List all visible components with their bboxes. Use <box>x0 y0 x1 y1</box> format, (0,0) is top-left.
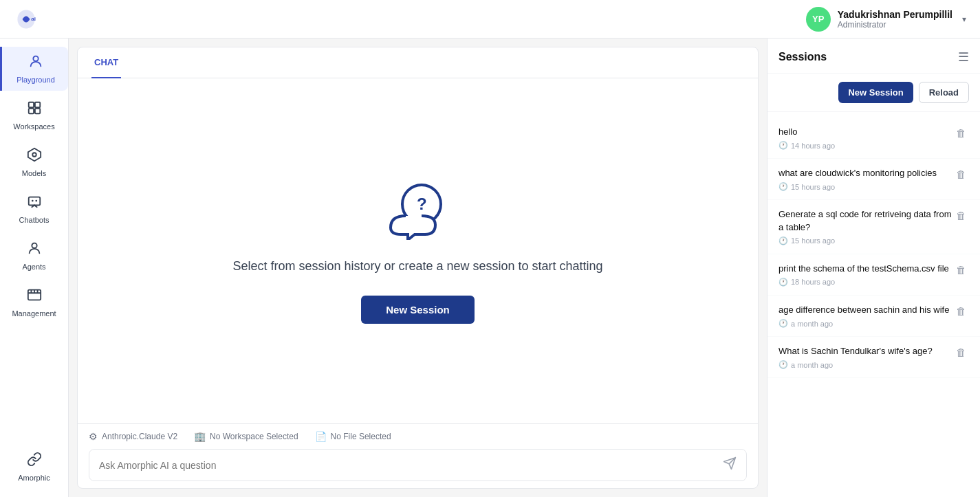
session-delete-button[interactable]: 🗑 <box>953 304 969 318</box>
session-content: What is Sachin Tendulkar's wife's age? 🕐… <box>778 345 953 369</box>
model-icon: ⚙ <box>89 431 98 442</box>
sessions-actions: New Session Reload <box>767 74 980 112</box>
session-time: 🕐 a month ago <box>778 319 953 328</box>
sessions-list: hello 🕐 14 hours ago 🗑 what are cloudwic… <box>767 112 980 497</box>
svg-point-10 <box>35 200 37 202</box>
session-time-text: a month ago <box>791 320 833 328</box>
user-role: Administrator <box>838 20 952 30</box>
link-icon <box>27 452 42 471</box>
session-title: age difference between sachin and his wi… <box>778 304 953 316</box>
chat-tabs: CHAT <box>78 47 758 78</box>
sidebar-label-workspaces: Workspaces <box>13 122 54 131</box>
clock-icon: 🕐 <box>778 182 788 191</box>
workspaces-icon <box>27 100 42 120</box>
sidebar: Playground Workspaces Models Chatbots Ag <box>0 38 69 497</box>
session-time: 🕐 14 hours ago <box>778 141 953 150</box>
session-delete-button[interactable]: 🗑 <box>953 208 969 223</box>
clock-icon: 🕐 <box>778 141 788 150</box>
session-delete-button[interactable]: 🗑 <box>953 167 969 181</box>
reload-button[interactable]: Reload <box>919 82 969 103</box>
chat-empty-message: Select from session history or create a … <box>232 259 602 274</box>
sidebar-item-link[interactable]: Amorphic <box>7 445 62 489</box>
clock-icon: 🕐 <box>778 319 788 328</box>
sessions-header: Sessions ☰ <box>767 38 980 74</box>
session-time-text: 15 hours ago <box>791 183 835 191</box>
chat-main: ? Select from session history or create … <box>78 78 758 423</box>
list-item[interactable]: print the schema of the testSchema.csv f… <box>767 254 980 296</box>
session-title: hello <box>778 126 953 138</box>
chat-bottom-bar: ⚙ Anthropic.Claude V2 🏢 No Workspace Sel… <box>78 423 758 488</box>
file-chip[interactable]: 📄 No File Selected <box>315 431 391 442</box>
svg-point-1 <box>33 56 38 61</box>
session-title: what are cloudwick's monitoring policies <box>778 167 953 179</box>
session-delete-button[interactable]: 🗑 <box>953 126 969 140</box>
sidebar-item-models[interactable]: Models <box>7 140 62 184</box>
sidebar-label-link: Amorphic <box>18 474 50 482</box>
new-session-button-main[interactable]: New Session <box>361 296 475 324</box>
sidebar-label-playground: Playground <box>17 76 55 84</box>
agents-icon <box>27 241 42 260</box>
chat-input-row <box>89 449 747 481</box>
workspace-chip[interactable]: 🏢 No Workspace Selected <box>194 431 298 442</box>
svg-point-7 <box>32 153 36 157</box>
avatar: YP <box>806 7 831 32</box>
workspace-label: No Workspace Selected <box>210 432 298 441</box>
session-time-text: 18 hours ago <box>791 278 835 286</box>
sidebar-item-chatbots[interactable]: Chatbots <box>7 187 62 231</box>
svg-rect-5 <box>34 109 39 113</box>
session-content: Generate a sql code for retriveing data … <box>778 208 953 245</box>
model-chip[interactable]: ⚙ Anthropic.Claude V2 <box>89 431 177 442</box>
session-content: what are cloudwick's monitoring policies… <box>778 167 953 191</box>
sidebar-item-agents[interactable]: Agents <box>7 234 62 278</box>
clock-icon: 🕐 <box>778 360 788 369</box>
user-name: Yadukrishnan Perumpillil <box>838 9 952 20</box>
chevron-down-icon: ▾ <box>962 14 966 24</box>
new-session-button-panel[interactable]: New Session <box>838 82 913 103</box>
models-icon <box>27 147 42 166</box>
svg-point-9 <box>31 200 33 202</box>
svg-rect-2 <box>28 102 33 107</box>
list-item[interactable]: age difference between sachin and his wi… <box>767 296 980 337</box>
model-label: Anthropic.Claude V2 <box>102 432 177 441</box>
svg-text:?: ? <box>417 195 427 213</box>
svg-rect-8 <box>28 197 40 206</box>
session-delete-button[interactable]: 🗑 <box>953 263 969 277</box>
list-item[interactable]: What is Sachin Tendulkar's wife's age? 🕐… <box>767 337 980 378</box>
sidebar-item-management[interactable]: Management <box>7 280 62 324</box>
send-button[interactable] <box>723 456 737 474</box>
list-item[interactable]: hello 🕐 14 hours ago 🗑 <box>767 118 980 159</box>
user-details: Yadukrishnan Perumpillil Administrator <box>838 9 952 30</box>
session-time: 🕐 a month ago <box>778 360 953 369</box>
list-item[interactable]: what are cloudwick's monitoring policies… <box>767 159 980 200</box>
playground-icon <box>28 54 43 73</box>
session-delete-button[interactable]: 🗑 <box>953 345 969 360</box>
sidebar-item-playground[interactable]: Playground <box>0 47 68 91</box>
session-time: 🕐 15 hours ago <box>778 236 953 245</box>
svg-text:ai: ai <box>31 15 36 21</box>
main-layout: Playground Workspaces Models Chatbots Ag <box>0 38 980 497</box>
sessions-title: Sessions <box>778 51 827 63</box>
sessions-panel: Sessions ☰ New Session Reload hello 🕐 14… <box>767 38 980 497</box>
chat-panel: CHAT ? Select from session history or cr… <box>77 47 759 489</box>
management-icon <box>27 287 42 307</box>
session-title: print the schema of the testSchema.csv f… <box>778 263 953 275</box>
content-area: CHAT ? Select from session history or cr… <box>69 38 980 497</box>
session-time-text: a month ago <box>791 361 833 369</box>
chat-input[interactable] <box>99 460 723 471</box>
user-menu[interactable]: YP Yadukrishnan Perumpillil Administrato… <box>806 7 966 32</box>
sidebar-label-chatbots: Chatbots <box>19 216 49 224</box>
session-time-text: 14 hours ago <box>791 142 835 150</box>
session-content: print the schema of the testSchema.csv f… <box>778 263 953 287</box>
sidebar-item-workspaces[interactable]: Workspaces <box>7 93 62 137</box>
chat-empty-icon: ? <box>384 178 453 243</box>
session-time: 🕐 15 hours ago <box>778 182 953 191</box>
session-content: hello 🕐 14 hours ago <box>778 126 953 150</box>
session-title: What is Sachin Tendulkar's wife's age? <box>778 345 953 357</box>
clock-icon: 🕐 <box>778 278 788 287</box>
svg-rect-3 <box>34 102 39 107</box>
sessions-menu-icon[interactable]: ☰ <box>958 49 969 65</box>
list-item[interactable]: Generate a sql code for retriveing data … <box>767 200 980 254</box>
app-header: ai YP Yadukrishnan Perumpillil Administr… <box>0 0 980 38</box>
tab-chat[interactable]: CHAT <box>91 47 121 78</box>
logo-icon: ai <box>14 7 39 32</box>
